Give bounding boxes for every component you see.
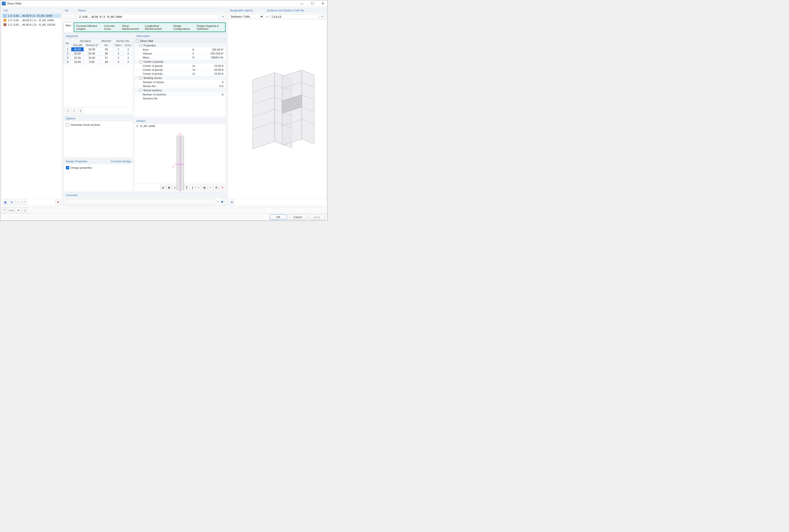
segments-table[interactable]: No. Elevation Member Section No. Ztop [f… [64,39,133,64]
color-swatch [3,23,6,26]
table-row[interactable]: 230.0020.008633 [64,52,133,56]
rename-button[interactable]: ✎ [220,14,226,19]
section-name: 3 - R_M1 10/84 [134,124,226,129]
no-label: No. [63,8,75,13]
list-panel: List 1 Z: 0.00 ... 40.00 ft | 3 - R_M1 1… [1,8,62,206]
list-item[interactable]: 2 Z: 0.00 ... 40.00 ft | 11 - R_M1 10/84 [2,18,61,22]
list-items: 1 Z: 0.00 ... 40.00 ft | 3 - R_M1 10/84 … [1,13,62,198]
seg-tool-1[interactable]: ↗ [65,108,70,113]
info-row: MassG33600.0 lb [134,56,226,59]
check-all-button[interactable]: ✓ [15,200,21,205]
model-viewer[interactable] [228,20,326,198]
delete-item-button[interactable]: ✕ [55,200,61,205]
info-row: Number of stories4 [134,80,226,84]
section-axis-y-line [174,164,184,165]
info-row: Sections No. [134,96,226,100]
status-units-button[interactable]: 0,00 [8,208,14,213]
shear-walls-window: Shear Walls — ☐ ✕ List 1 Z: 0.00 ... 40.… [0,0,328,221]
status-bar: ? 0,00 ✦ ƒ [0,207,327,213]
cancel-button[interactable]: Cancel [289,214,306,220]
table-row[interactable]: 410.000.008833 [64,60,133,64]
section-tbtn-8[interactable]: ▦ [202,185,207,190]
section-tbtn-9[interactable]: ≡ [208,185,213,190]
info-row: Center of gravityXc23.50 ft [134,64,226,68]
window-title: Shear Walls [7,2,299,5]
section-canvas[interactable]: z+ y [134,129,226,184]
tabs-row: Main Concrete Effective Lengths Concrete… [63,22,227,33]
name-label: Name [76,8,227,13]
generate-result-sections-checkbox[interactable] [66,123,69,127]
app-icon [2,1,6,5]
tab-design-supports-deflection[interactable]: Design Supports & Deflection [195,23,225,32]
comment-input[interactable] [65,199,216,204]
table-row[interactable]: 320.0010.008733 [64,56,133,60]
information-header: Information [134,34,226,39]
generate-result-sections-label: Generate result sections [71,123,100,126]
design-properties-checkbox[interactable]: ✓ [66,166,69,169]
seg-tool-2[interactable]: ⤢ [71,108,77,113]
apply-button[interactable]: Apply [308,214,325,220]
info-row: Center of gravityZc20.00 ft [134,72,226,76]
section-tbtn-print[interactable]: 🖶 [213,185,219,190]
building-isometric-icon [238,65,316,154]
design-properties-header-right: Concrete Design [111,160,131,163]
section-tbtn-5[interactable]: ╂ [184,185,189,190]
info-row: Stories No.0-3 [134,84,226,88]
name-field-block: Name ✎ [76,8,227,21]
tab-shear-reinforcement[interactable]: Shear Reinforcement [120,23,143,32]
information-panel: Information −Shear Wall−Properties AreaA… [134,33,226,117]
status-tool-2[interactable]: ƒ [22,208,28,213]
section-tbtn-2[interactable]: ▣ [166,185,172,190]
list-item[interactable]: 1 Z: 0.00 ... 40.00 ft | 3 - R_M1 10/84 [2,14,61,18]
design-properties-label: Design properties [71,166,92,169]
assignable-objects-select[interactable]: Surfaces / Cells [229,14,264,19]
comment-dropdown-arrow-icon[interactable]: ▾ [217,200,218,203]
surfaces-block: Surfaces and Surface Cells No. 🏷 ↖ [265,8,326,20]
list-item-label: 2 Z: 0.00 ... 40.00 ft | 11 - R_M1 10/84 [8,19,54,22]
tab-concrete-cover[interactable]: Concrete Cover [102,23,120,32]
surfaces-pick-button[interactable]: ↖ [320,14,325,19]
segments-panel: Segments No. Elevation Member Section No… [64,33,133,115]
svg-marker-3 [302,70,314,144]
color-swatch [3,14,6,17]
close-button[interactable]: ✕ [320,1,326,6]
tab-design-configurations[interactable]: Design Configurations [171,23,195,32]
right-panel: Assignable objects Surfaces / Cells Surf… [228,8,326,206]
assignable-objects-block: Assignable objects Surfaces / Cells [228,8,265,20]
info-row: VolumeV233.333 ft³ [134,52,226,56]
titlebar: Shear Walls — ☐ ✕ [0,0,327,7]
seg-tool-3[interactable]: ≡ [78,108,83,113]
section-tbtn-1[interactable]: ▤ [160,185,166,190]
name-input[interactable] [77,14,219,19]
design-properties-panel: Design Properties Concrete Design ✓ Desi… [64,158,133,191]
section-tbtn-7[interactable]: ═ [196,185,201,190]
tab-highlight-group: Concrete Effective Lengths Concrete Cove… [74,22,226,32]
section-tbtn-reset[interactable]: ⟲ [219,185,225,190]
surfaces-tag-icon: 🏷 [266,15,269,18]
viewer-settings-button[interactable]: ⚙ [229,200,234,205]
surfaces-label: Surfaces and Surface Cells No. [265,8,326,13]
info-row: AreaA280.00 ft² [134,48,226,52]
section-tbtn-6[interactable]: ╁ [190,185,195,190]
section-axis-y-label: y [173,165,174,168]
status-help-button[interactable]: ? [2,208,7,213]
ok-button[interactable]: OK [270,214,287,220]
tab-longitudinal-reinforcement[interactable]: Longitudinal Reinforcement [143,23,171,32]
info-row: Center of gravityYc-33.00 ft [134,68,226,72]
surfaces-input[interactable] [270,14,319,19]
options-panel: Options Generate result sections [64,116,133,158]
copy-item-button[interactable]: ⧉ [9,200,14,205]
center-panel: No. Name ✎ Main Concrete Effective Lengt… [63,8,227,206]
uncheck-all-button[interactable]: ✓ [22,200,27,205]
list-item[interactable]: 3 Z: 0.00 ... 40.00 ft | 12 - R_M1 10/15… [2,22,61,27]
comment-library-button[interactable]: ▣ [219,199,225,204]
table-row[interactable]: 140.0030.008533 [64,48,133,52]
design-properties-header: Design Properties [66,160,87,163]
new-item-button[interactable]: ▦ [2,200,8,205]
tab-concrete-effective-lengths[interactable]: Concrete Effective Lengths [74,23,102,32]
minimize-button[interactable]: — [299,1,305,6]
status-tool-1[interactable]: ✦ [16,208,21,213]
no-field-block: No. [63,8,75,21]
tab-main[interactable]: Main [64,22,73,33]
maximize-button[interactable]: ☐ [309,1,315,6]
